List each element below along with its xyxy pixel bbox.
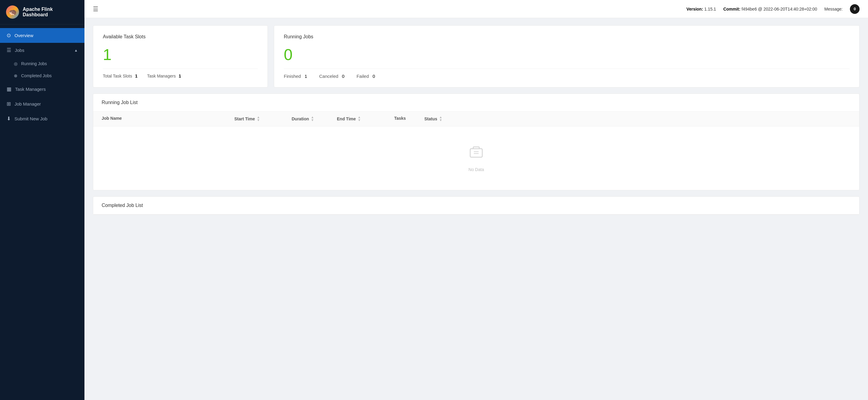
col-job-name-label: Job Name xyxy=(102,116,122,121)
failed-value: 0 xyxy=(372,73,375,79)
available-task-slots-value: 1 xyxy=(103,47,258,62)
running-job-list-no-data: No Data xyxy=(93,126,859,190)
running-jobs-icon: ◎ xyxy=(14,61,18,66)
cards-row: Available Task Slots 1 Total Task Slots … xyxy=(93,25,860,88)
task-managers-value: 1 xyxy=(179,73,181,79)
available-task-slots-card: Available Task Slots 1 Total Task Slots … xyxy=(93,25,268,88)
completed-jobs-icon: ⊗ xyxy=(14,73,18,78)
commit-label: Commit: xyxy=(723,7,740,11)
finished-label: Finished xyxy=(284,73,301,79)
running-job-list-section: Running Job List Job Name Start Time ▲▼ … xyxy=(93,94,860,190)
no-data-icon xyxy=(468,145,484,163)
message-badge[interactable]: 0 xyxy=(850,4,860,14)
canceled-value: 0 xyxy=(342,73,344,79)
sort-end-time-icon: ▲▼ xyxy=(358,116,361,122)
running-job-list-table-header: Job Name Start Time ▲▼ Duration ▲▼ End T… xyxy=(93,112,859,126)
running-jobs-stats: Finished 1 Canceled 0 Failed 0 xyxy=(284,73,849,79)
running-jobs-card: Running Jobs 0 Finished 1 Canceled 0 Fai… xyxy=(274,25,860,88)
sidebar-nav: ⊙ Overview ☰ Jobs ▲ ◎ Running Jobs ⊗ Com… xyxy=(0,25,85,400)
svg-rect-0 xyxy=(470,149,482,157)
total-task-slots-stat: Total Task Slots 1 xyxy=(103,73,137,79)
total-task-slots-label: Total Task Slots xyxy=(103,73,132,79)
menu-toggle-icon[interactable]: ☰ xyxy=(93,5,98,13)
message-label: Message: xyxy=(824,7,843,11)
sidebar: 🦔 Apache Flink Dashboard ⊙ Overview ☰ Jo… xyxy=(0,0,85,400)
available-task-slots-title: Available Task Slots xyxy=(103,34,258,39)
sidebar-item-running-jobs-label: Running Jobs xyxy=(21,61,47,66)
job-manager-icon: ⊞ xyxy=(7,101,11,107)
task-managers-icon: ▦ xyxy=(7,86,11,92)
col-header-job-name: Job Name xyxy=(102,116,234,122)
sidebar-item-submit-new-job[interactable]: ⬇ Submit New Job xyxy=(0,111,85,126)
sidebar-item-completed-jobs[interactable]: ⊗ Completed Jobs xyxy=(0,70,85,82)
running-jobs-title: Running Jobs xyxy=(284,34,849,39)
canceled-stat: Canceled 0 xyxy=(319,73,344,79)
version-value: 1.15.1 xyxy=(704,7,716,11)
task-managers-stat: Task Managers 1 xyxy=(147,73,181,79)
commit-info: Commit: f494be6 @ 2022-06-20T14:40:28+02… xyxy=(723,7,817,11)
finished-stat: Finished 1 xyxy=(284,73,307,79)
sidebar-item-job-manager[interactable]: ⊞ Job Manager xyxy=(0,96,85,111)
col-start-time-label: Start Time xyxy=(234,117,255,121)
failed-label: Failed xyxy=(356,73,369,79)
no-data-text: No Data xyxy=(468,167,484,172)
sort-status-icon: ▲▼ xyxy=(439,116,442,122)
jobs-expand-icon: ▲ xyxy=(74,48,78,53)
app-logo-icon: 🦔 xyxy=(6,5,19,19)
col-header-end-time[interactable]: End Time ▲▼ xyxy=(337,116,394,122)
col-header-status[interactable]: Status ▲▼ xyxy=(424,116,851,122)
col-status-label: Status xyxy=(424,117,437,121)
canceled-label: Canceled xyxy=(319,73,338,79)
sort-start-time-icon: ▲▼ xyxy=(257,116,260,122)
sidebar-item-overview[interactable]: ⊙ Overview xyxy=(0,28,85,43)
commit-value: f494be6 @ 2022-06-20T14:40:28+02:00 xyxy=(742,7,817,11)
finished-value: 1 xyxy=(305,73,307,79)
running-jobs-value: 0 xyxy=(284,47,849,62)
failed-stat: Failed 0 xyxy=(356,73,375,79)
sidebar-item-overview-label: Overview xyxy=(14,33,33,38)
col-end-time-label: End Time xyxy=(337,117,356,121)
sidebar-item-task-managers-label: Task Managers xyxy=(15,87,46,92)
sidebar-item-running-jobs[interactable]: ◎ Running Jobs xyxy=(0,58,85,70)
sort-duration-icon: ▲▼ xyxy=(311,116,314,122)
col-duration-label: Duration xyxy=(292,117,309,121)
message-count: 0 xyxy=(854,7,856,11)
sidebar-item-submit-new-job-label: Submit New Job xyxy=(14,116,48,121)
submit-new-job-icon: ⬇ xyxy=(7,116,11,122)
jobs-icon: ☰ xyxy=(7,47,11,53)
version-label: Version: xyxy=(686,7,703,11)
sidebar-item-completed-jobs-label: Completed Jobs xyxy=(21,73,52,78)
sidebar-item-task-managers[interactable]: ▦ Task Managers xyxy=(0,82,85,96)
completed-job-list-section: Completed Job List xyxy=(93,196,860,215)
col-tasks-label: Tasks xyxy=(394,116,406,121)
task-managers-label: Task Managers xyxy=(147,73,176,79)
version-info: Version: 1.15.1 xyxy=(686,7,716,11)
col-header-tasks: Tasks xyxy=(394,116,424,122)
sidebar-item-job-manager-label: Job Manager xyxy=(14,101,41,106)
col-header-duration[interactable]: Duration ▲▼ xyxy=(292,116,337,122)
sidebar-item-jobs-label: Jobs xyxy=(15,48,25,53)
overview-icon: ⊙ xyxy=(7,32,11,39)
running-job-list-title: Running Job List xyxy=(93,94,859,112)
col-header-start-time[interactable]: Start Time ▲▼ xyxy=(234,116,292,122)
total-task-slots-value: 1 xyxy=(135,73,137,79)
completed-job-list-title: Completed Job List xyxy=(93,197,859,214)
sidebar-item-jobs[interactable]: ☰ Jobs ▲ xyxy=(0,43,85,58)
sidebar-logo: 🦔 Apache Flink Dashboard xyxy=(0,0,85,25)
header: ☰ Version: 1.15.1 Commit: f494be6 @ 2022… xyxy=(85,0,868,18)
main-area: ☰ Version: 1.15.1 Commit: f494be6 @ 2022… xyxy=(85,0,868,400)
task-slots-stats: Total Task Slots 1 Task Managers 1 xyxy=(103,73,258,79)
content-area: Available Task Slots 1 Total Task Slots … xyxy=(85,18,868,400)
app-title: Apache Flink Dashboard xyxy=(23,7,79,18)
